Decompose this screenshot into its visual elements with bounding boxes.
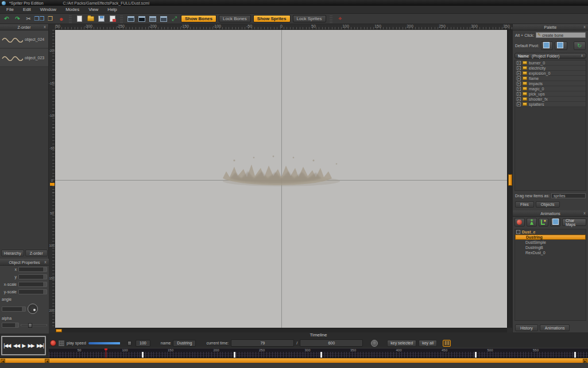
tree-item-magic_0[interactable]: +magic_0 [515,86,586,91]
snap-grid-icon[interactable] [59,340,64,346]
next-frame-button[interactable]: ▶▶ [28,343,34,348]
titlebar[interactable]: *Spriter Pro Edition C:/Art Packs/GameEf… [0,0,588,6]
play-speed-handle[interactable] [127,341,131,346]
new-animation-button[interactable] [527,218,537,227]
alpha-value-input[interactable] [2,323,19,328]
dust-splash-sprite[interactable] [218,154,345,194]
expand-icon[interactable]: + [517,87,521,91]
total-time-input[interactable]: 600 [300,339,363,347]
alt-click-action-input[interactable]: ✎ create bone [536,32,586,38]
file-tree-header[interactable]: Name (Project Folder) ∧ [514,53,586,59]
open-folder-icon[interactable] [86,15,95,22]
cut-icon[interactable]: ✂ [24,15,33,22]
tree-item-burner_0[interactable]: +burner_0 [515,60,586,66]
play-button[interactable]: ▶ [22,343,25,348]
angle-dial[interactable] [28,304,38,314]
copy-icon[interactable]: ❐❐ [35,15,44,22]
lock-bones-button[interactable]: Lock Bones [219,15,251,22]
pivot-refresh-button[interactable]: ↻ [574,41,586,50]
alpha-slider-handle[interactable] [28,323,32,328]
tree-item-impacts[interactable]: +impacts [515,81,586,86]
tree-item-flame[interactable]: +flame [515,76,586,81]
new-file-icon[interactable] [75,15,84,22]
expand-icon[interactable]: + [517,97,521,101]
animation-canvas[interactable] [55,30,507,328]
menu-item-view[interactable]: View [84,6,102,13]
skip-end-button[interactable]: ▶▶| [37,343,44,348]
scroll-left-icon[interactable]: ◀ [1,359,5,363]
tab-hierarchy[interactable]: Hierarchy [1,250,24,256]
window-view-2-icon[interactable] [137,15,146,22]
copy-animation-button[interactable] [550,218,560,227]
expand-icon[interactable]: + [517,71,521,75]
zorder-item[interactable]: object_023 [0,49,48,67]
loop-toggle-icon[interactable] [371,340,378,347]
keyframe-marker[interactable] [475,352,477,358]
close-icon[interactable]: x [43,260,48,264]
entity-expander-icon[interactable]: − [516,230,520,234]
keyframe-marker[interactable] [142,352,144,358]
play-speed-value[interactable]: 100 [136,340,150,347]
current-time-input[interactable]: 79 [231,339,294,347]
tree-item-electricity[interactable]: +electricity [515,66,586,71]
tab-z-order[interactable]: Z-order [25,250,48,256]
key-all-frames-icon-button[interactable] [443,340,451,347]
menu-item-file[interactable]: File [2,6,18,13]
menu-item-modes[interactable]: Modes [61,6,83,13]
timeline-scrollbar[interactable]: ◀ ◀ ▶ [0,358,588,363]
expand-icon[interactable]: + [517,92,521,96]
animation-item-RexDust_0[interactable]: RexDust_0 [515,250,586,255]
show-bones-button[interactable]: Show Bones [181,15,216,22]
tab-files[interactable]: Files [515,201,534,208]
expand-icon[interactable]: + [517,61,521,65]
entity-name[interactable]: Dust_e [522,230,535,234]
keyframe-marker[interactable] [574,352,576,358]
window-view-4-icon[interactable] [159,15,168,22]
key-selected-button[interactable]: key selected [387,340,416,347]
animation-item-Dustring[interactable]: Dustring [515,235,586,240]
key-all-button[interactable]: key all [419,340,437,347]
keyframe-marker[interactable] [234,352,235,358]
lock-sprites-button[interactable]: Lock Sprites [293,15,326,22]
animation-name-value[interactable]: Dustring [173,340,196,347]
char-maps-button[interactable]: Char Maps [562,218,586,226]
fullscreen-icon[interactable]: ⤢ [170,15,179,22]
menu-item-help[interactable]: Help [103,6,121,13]
window-view-3-icon[interactable] [148,15,157,22]
record-keys-button[interactable] [50,340,56,346]
play-speed-slider[interactable] [88,342,133,344]
undo-icon[interactable]: ↶ [2,15,11,22]
window-view-1-icon[interactable] [126,15,135,22]
close-icon[interactable]: x [582,25,587,29]
timeline-ruler[interactable]: 50100150200250300350400450500550 [49,348,588,358]
animation-item-DustSimple[interactable]: DustSimple [515,240,586,245]
y-input[interactable] [18,274,47,279]
canvas-vertical-scrollbar[interactable] [507,30,512,328]
keyframe-marker[interactable] [320,352,322,358]
expand-icon[interactable]: + [517,102,521,106]
y-scale-input[interactable] [18,289,47,294]
x-input[interactable] [18,267,47,272]
expand-icon[interactable]: + [517,66,521,70]
paste-icon[interactable]: ❐ [46,15,55,22]
menu-item-edit[interactable]: Edit [19,6,35,13]
close-icon[interactable]: x [42,25,47,29]
redo-icon[interactable]: ↷ [13,15,22,22]
delete-animation-button[interactable] [514,218,525,227]
alpha-slider[interactable] [21,324,47,326]
record-icon[interactable]: ● [57,15,65,22]
playhead[interactable] [106,348,106,358]
import-icon[interactable] [108,15,117,22]
vertical-scroll-thumb[interactable] [508,174,512,186]
angle-input[interactable] [2,306,26,312]
x-scale-input[interactable] [18,282,47,287]
animation-item-DustringB[interactable]: DustringB [515,245,586,250]
tab-animations[interactable]: Animations [540,324,570,331]
menu-item-window[interactable]: Window [36,6,60,13]
pivot-paste-button[interactable] [555,41,567,50]
duplicate-animation-button[interactable] [539,218,549,227]
close-icon[interactable]: x [582,211,587,216]
prev-frame-button[interactable]: ◀◀ [13,343,20,348]
tree-item-explosion_0[interactable]: +explosion_0 [515,71,586,76]
drag-items-dropdown[interactable]: sprites [551,193,586,198]
